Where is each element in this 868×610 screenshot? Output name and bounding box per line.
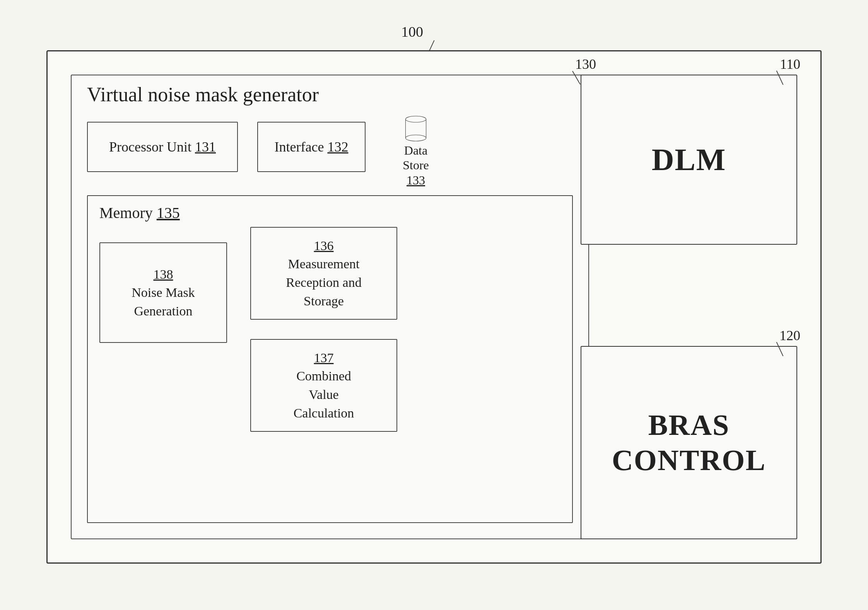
noise-box-138: 138 Noise Mask Generation: [99, 242, 227, 343]
bras-box-120: 120 BRAS CONTROL: [581, 346, 797, 539]
combined-label: 137 Combined Value Calculation: [294, 349, 354, 422]
outer-box-100: 130 Virtual noise mask generator Process…: [46, 50, 822, 564]
proc-box-131: Processor Unit 131: [87, 122, 238, 172]
dlm-label: DLM: [652, 142, 726, 177]
diagram-area: 100 130 Virtual noise mask generator Pro…: [23, 23, 845, 587]
ref-120-slash: [776, 342, 784, 356]
ref-120-label: 120: [779, 327, 800, 344]
memory-label: Memory 135: [99, 204, 180, 222]
proc-label: Processor Unit 131: [109, 139, 216, 155]
datastore-label: Data Store 133: [403, 143, 429, 187]
dlm-box-110: 110 DLM: [581, 75, 797, 245]
ref-130-slash: [572, 71, 581, 85]
ref-110-label: 110: [780, 56, 800, 72]
iface-box-132: Interface 132: [257, 122, 366, 172]
ref-100-label: 100: [401, 23, 423, 40]
datastore-133: Data Store 133: [385, 114, 447, 187]
svg-point-1: [405, 116, 426, 122]
svg-point-2: [405, 135, 426, 141]
vmg-title: Virtual noise mask generator: [87, 83, 319, 106]
ref-130-label: 130: [575, 56, 596, 72]
datastore-cylinder-svg: [387, 114, 445, 141]
combined-box-137: 137 Combined Value Calculation: [250, 339, 397, 432]
memory-box-135: Memory 135 138 Noise Mask Generation 136…: [87, 195, 573, 523]
noise-label: 138 Noise Mask Generation: [132, 265, 195, 320]
measurement-label: 136 Measurement Reception and Storage: [286, 237, 361, 310]
bras-label: BRAS CONTROL: [612, 407, 766, 478]
iface-label: Interface 132: [275, 139, 349, 155]
ref-110-slash: [776, 70, 784, 85]
measurement-box-136: 136 Measurement Reception and Storage: [250, 227, 397, 320]
vmg-box-130: 130 Virtual noise mask generator Process…: [71, 75, 589, 539]
